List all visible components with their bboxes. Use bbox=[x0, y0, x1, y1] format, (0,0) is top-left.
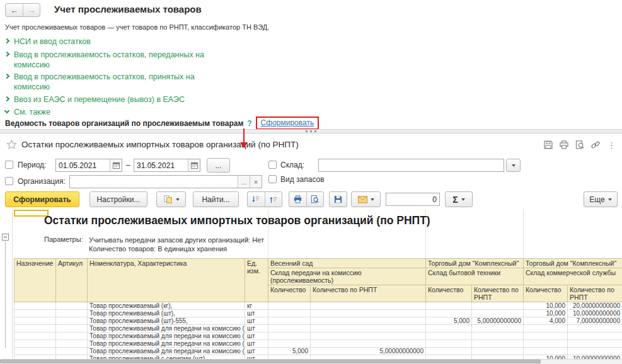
table-cell[interactable] bbox=[14, 348, 56, 355]
sheet-report-title[interactable]: Остатки прослеживаемых импортных товаров… bbox=[44, 214, 430, 227]
table-cell[interactable]: Товар прослеживаемый для передачи на ком… bbox=[88, 348, 245, 355]
col-header-qty[interactable]: Количество bbox=[268, 285, 311, 302]
panel-splitter[interactable] bbox=[0, 129, 622, 134]
table-cell[interactable]: Товар прослеживаемый для передачи на ком… bbox=[88, 333, 245, 340]
group-header-warehouse[interactable]: Склад передачи на комиссию (прослеживаем… bbox=[268, 268, 426, 285]
selected-cell[interactable] bbox=[14, 210, 49, 217]
counter-input[interactable]: 0 bbox=[386, 193, 440, 206]
section-vvod-prinyatyh[interactable]: Ввод в прослеживаемость остатков, принят… bbox=[5, 72, 222, 92]
toolbar-print-button[interactable] bbox=[289, 195, 306, 204]
calendar-icon[interactable] bbox=[188, 159, 200, 171]
collapse-groups-button[interactable] bbox=[265, 195, 282, 204]
choose-icon[interactable]: ... bbox=[238, 176, 250, 188]
vid-zapasov-checkbox[interactable] bbox=[268, 175, 277, 183]
table-cell[interactable] bbox=[56, 325, 88, 333]
table-cell[interactable] bbox=[268, 302, 311, 310]
section-nsi[interactable]: НСИ и ввод остатков bbox=[5, 37, 232, 47]
table-cell[interactable] bbox=[268, 317, 311, 325]
section-vvoz-eaes[interactable]: Ввоз из ЕАЭС и перемещение (вывоз) в ЕАЭ… bbox=[5, 94, 257, 105]
calendar-icon[interactable] bbox=[110, 159, 122, 171]
table-cell[interactable] bbox=[568, 333, 622, 340]
table-cell[interactable] bbox=[311, 333, 426, 340]
table-cell[interactable] bbox=[426, 310, 472, 317]
sklad-checkbox[interactable] bbox=[268, 161, 277, 169]
toolbar-preview-button[interactable] bbox=[307, 195, 324, 204]
section-vvod-peredannyh[interactable]: Ввод в прослеживаемость остатков, переда… bbox=[5, 50, 222, 70]
col-header-nomenklatura[interactable]: Номенклатура, Характеристика bbox=[88, 259, 245, 302]
more-button[interactable]: Еще bbox=[584, 191, 618, 207]
table-cell[interactable] bbox=[472, 310, 524, 317]
print-preview-icon[interactable] bbox=[575, 140, 585, 150]
table-cell[interactable] bbox=[14, 317, 56, 325]
table-cell[interactable] bbox=[268, 325, 311, 333]
table-cell[interactable] bbox=[426, 340, 472, 348]
group-header-org[interactable]: Весенний сад bbox=[268, 259, 426, 268]
generate-report-link[interactable]: Сформировать bbox=[261, 118, 314, 127]
get-link-icon[interactable] bbox=[590, 140, 601, 150]
params-values[interactable]: Учитывать передачи запасов других органи… bbox=[89, 236, 264, 253]
org-checkbox[interactable] bbox=[5, 177, 13, 185]
table-cell[interactable] bbox=[472, 333, 524, 340]
table-cell[interactable]: 5,00000000000 bbox=[472, 317, 524, 325]
table-cell[interactable]: Товар прослеживаемый для передачи на ком… bbox=[88, 340, 245, 348]
sklad-dropdown-button[interactable] bbox=[506, 159, 521, 172]
table-cell[interactable]: 10,000 bbox=[524, 310, 568, 317]
back-button[interactable]: ← bbox=[6, 4, 23, 16]
col-header-ed-izm[interactable]: Ед. изм. bbox=[245, 259, 268, 302]
table-cell[interactable] bbox=[56, 302, 88, 310]
table-cell[interactable]: шт bbox=[245, 325, 268, 333]
col-header-qty-rnpt[interactable]: Количество по РНПТ bbox=[311, 285, 426, 302]
horizontal-scrollbar-thumb[interactable] bbox=[0, 360, 541, 363]
help-icon[interactable]: ? bbox=[247, 119, 251, 128]
sklad-combobox[interactable] bbox=[318, 159, 504, 172]
table-cell[interactable] bbox=[311, 310, 426, 317]
toolbar-save-button[interactable] bbox=[329, 191, 347, 207]
table-cell[interactable] bbox=[426, 348, 472, 355]
table-cell[interactable] bbox=[14, 310, 56, 317]
forward-button[interactable]: → bbox=[23, 4, 40, 16]
org-input[interactable]: ... × bbox=[69, 175, 262, 188]
col-header-naznachenie[interactable]: Назначение bbox=[14, 259, 56, 302]
settings-button[interactable]: Настройки... bbox=[89, 191, 147, 207]
period-checkbox[interactable] bbox=[5, 161, 13, 169]
table-cell[interactable] bbox=[268, 340, 311, 348]
table-cell[interactable] bbox=[568, 340, 622, 348]
more-menu-icon[interactable]: ⋮ bbox=[606, 140, 617, 150]
table-cell[interactable]: 5,000 bbox=[268, 348, 311, 355]
favorite-star-icon[interactable] bbox=[6, 139, 17, 150]
period-to-input[interactable]: 31.05.2021 bbox=[134, 159, 200, 172]
table-cell[interactable] bbox=[56, 310, 88, 317]
find-button[interactable]: Найти... bbox=[193, 191, 239, 207]
table-cell[interactable] bbox=[426, 325, 472, 333]
period-from-input[interactable]: 01.05.2021 bbox=[55, 159, 122, 172]
clear-icon[interactable]: × bbox=[250, 176, 262, 188]
col-header-artikul[interactable]: Артикул bbox=[56, 259, 88, 302]
table-cell[interactable]: шт bbox=[245, 340, 268, 348]
table-cell[interactable]: 5,00000000000 bbox=[311, 348, 426, 355]
table-cell[interactable]: шт bbox=[245, 333, 268, 340]
table-cell[interactable] bbox=[268, 310, 311, 317]
table-cell[interactable] bbox=[524, 340, 568, 348]
table-cell[interactable] bbox=[14, 302, 56, 310]
table-cell[interactable]: Товар прослеживаемый (шт), bbox=[88, 310, 245, 317]
table-cell[interactable]: Товар прослеживаемый (шт)-555, bbox=[88, 317, 245, 325]
print-icon[interactable] bbox=[559, 140, 569, 150]
expand-groups-button[interactable] bbox=[248, 195, 265, 204]
table-cell[interactable] bbox=[426, 302, 472, 310]
table-cell[interactable]: 10,000 bbox=[524, 302, 568, 310]
table-cell[interactable] bbox=[56, 317, 88, 325]
table-cell[interactable] bbox=[56, 333, 88, 340]
group-header-warehouse[interactable]: Склад бытовой техники bbox=[426, 268, 524, 285]
group-header-org[interactable]: Торговый дом "Комплексный" bbox=[426, 259, 524, 268]
period-variants-button[interactable]: ... bbox=[207, 158, 230, 173]
table-cell[interactable] bbox=[472, 302, 524, 310]
send-mail-button[interactable] bbox=[351, 191, 381, 207]
table-cell[interactable]: 4,000 bbox=[524, 317, 568, 325]
save-icon[interactable] bbox=[543, 140, 553, 150]
table-cell[interactable] bbox=[311, 340, 426, 348]
table-cell[interactable] bbox=[56, 340, 88, 348]
table-cell[interactable] bbox=[14, 325, 56, 333]
table-cell[interactable]: кг bbox=[245, 302, 268, 310]
table-cell[interactable] bbox=[268, 333, 311, 340]
table-cell[interactable]: Товар прослеживаемый для передачи на ком… bbox=[88, 325, 245, 333]
